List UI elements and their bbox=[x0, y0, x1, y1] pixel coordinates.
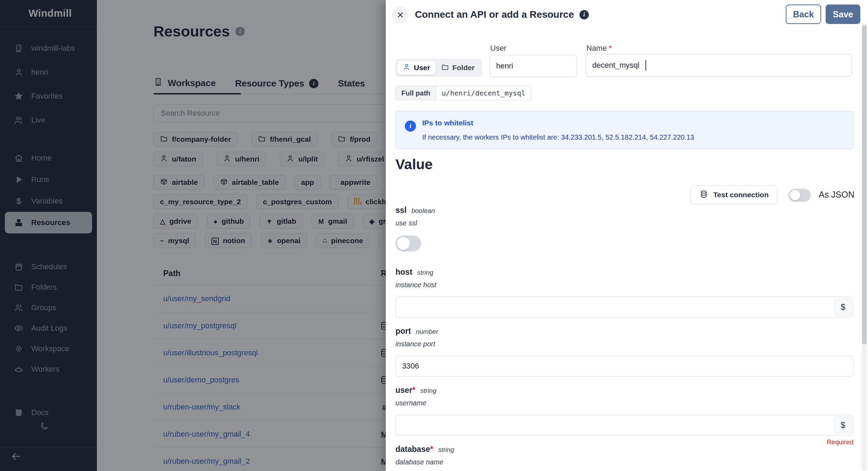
close-button[interactable] bbox=[392, 7, 409, 23]
field-host-input[interactable] bbox=[395, 297, 853, 317]
user-field-label: User bbox=[490, 44, 506, 53]
field-description: instance port bbox=[395, 340, 853, 348]
as-json-toggle[interactable] bbox=[788, 189, 811, 202]
field-name-row: sslboolean bbox=[395, 206, 853, 215]
value-section-title: Value bbox=[395, 156, 433, 173]
field-name: user bbox=[395, 386, 412, 395]
drawer-scrollbar-thumb[interactable] bbox=[862, 25, 867, 345]
field-ssl-toggle[interactable] bbox=[395, 236, 421, 251]
owner-kind-toggle: UserFolder bbox=[395, 59, 482, 76]
field-type: string bbox=[438, 446, 454, 453]
field-input-wrap: $ bbox=[395, 415, 853, 436]
field-user: user*stringusername$Required bbox=[395, 386, 853, 446]
field-type: number bbox=[416, 328, 438, 335]
field-type: string bbox=[420, 387, 436, 394]
required-asterisk: * bbox=[430, 445, 433, 454]
back-button[interactable]: Back bbox=[786, 5, 821, 24]
text-caret bbox=[645, 60, 646, 71]
name-field-label: Name * bbox=[586, 44, 612, 53]
field-name: port bbox=[395, 327, 411, 336]
owner-kind-option-folder[interactable]: Folder bbox=[436, 61, 480, 75]
ip-whitelist-body: If necessary, the workers IPs to whiteli… bbox=[422, 133, 694, 141]
field-name-row: hoststring bbox=[395, 267, 853, 277]
ip-whitelist-title: IPs to whitelist bbox=[422, 119, 473, 127]
field-port-input[interactable] bbox=[395, 356, 853, 377]
field-name-row: user*string bbox=[395, 386, 853, 395]
ip-whitelist-callout: i IPs to whitelist If necessary, the wor… bbox=[395, 111, 853, 149]
field-name: host bbox=[395, 267, 412, 276]
resource-drawer: Connect an API or add a Resource i Back … bbox=[386, 0, 868, 471]
drawer-title: Connect an API or add a Resource i bbox=[415, 9, 589, 20]
segment-label: User bbox=[414, 64, 430, 72]
field-port: portnumberinstance port bbox=[395, 327, 853, 377]
owner-kind-option-user[interactable]: User bbox=[397, 61, 436, 75]
as-json-label: As JSON bbox=[819, 190, 854, 200]
field-database: database*stringdatabase name bbox=[395, 445, 853, 466]
field-user-input[interactable] bbox=[395, 415, 853, 436]
field-name-row: database*string bbox=[395, 445, 853, 454]
field-type: boolean bbox=[411, 207, 435, 214]
field-ssl: sslbooleanuse ssl bbox=[395, 206, 853, 251]
owner-user-input[interactable] bbox=[490, 55, 577, 77]
required-asterisk: * bbox=[412, 386, 416, 395]
field-description: username bbox=[395, 399, 853, 407]
field-name: ssl bbox=[395, 206, 407, 215]
info-icon: i bbox=[405, 121, 416, 132]
segment-label: Folder bbox=[452, 64, 475, 72]
test-connection-button[interactable]: Test connection bbox=[691, 185, 777, 204]
full-path-label: Full path bbox=[396, 86, 436, 100]
save-button[interactable]: Save bbox=[826, 5, 860, 24]
field-description: use ssl bbox=[395, 219, 853, 227]
user-icon bbox=[403, 63, 410, 73]
insert-variable-button[interactable]: $ bbox=[834, 298, 852, 316]
resource-name-input[interactable] bbox=[586, 54, 852, 77]
name-field-wrap bbox=[586, 54, 852, 77]
field-name: database bbox=[395, 445, 430, 454]
field-description: instance host bbox=[395, 281, 853, 289]
drawer-title-info-icon[interactable]: i bbox=[579, 10, 589, 19]
field-description: database name bbox=[395, 458, 853, 466]
field-type: string bbox=[417, 269, 433, 276]
full-path: Full path u/henri/decent_mysql bbox=[395, 86, 531, 100]
folder-icon bbox=[441, 63, 449, 73]
field-host: hoststringinstance host$ bbox=[395, 267, 853, 317]
drawer-title-text: Connect an API or add a Resource bbox=[415, 9, 574, 20]
field-input-wrap: $ bbox=[395, 297, 853, 317]
database-icon bbox=[699, 190, 708, 200]
drawer-scrollbar-track[interactable] bbox=[862, 23, 867, 471]
test-connection-label: Test connection bbox=[713, 191, 768, 199]
field-name-row: portnumber bbox=[395, 327, 853, 336]
field-input-wrap bbox=[395, 356, 853, 377]
insert-variable-button[interactable]: $ bbox=[834, 416, 852, 434]
full-path-value: u/henri/decent_mysql bbox=[436, 86, 531, 100]
app-window: Windmill windmill-labshenriFavoritesLive… bbox=[0, 0, 868, 471]
